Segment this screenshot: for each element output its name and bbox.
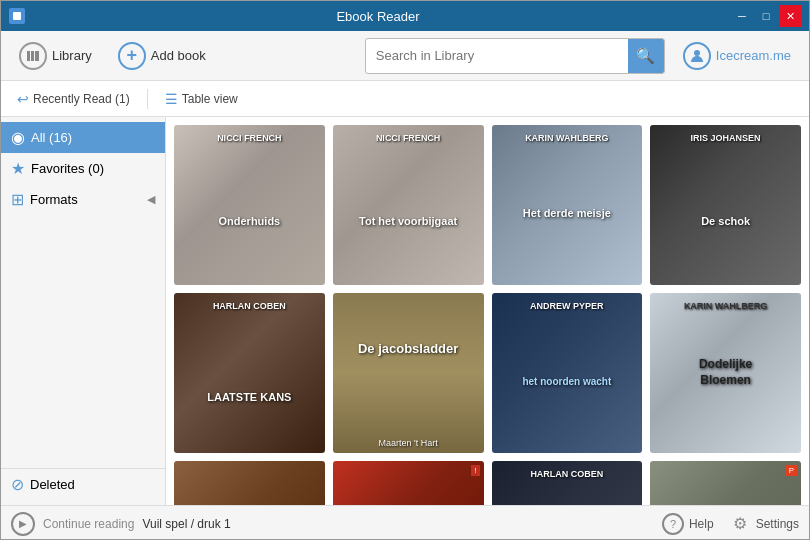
titlebar-left: [9, 8, 25, 24]
user-avatar: [683, 42, 711, 70]
maximize-button[interactable]: □: [755, 5, 777, 27]
book-item[interactable]: HARLAN COBEN LAATSTE KANS: [174, 293, 325, 453]
recently-read-button[interactable]: ↩ Recently Read (1): [9, 87, 138, 111]
book-item[interactable]: ANDREW PYPER het noorden wacht: [492, 293, 643, 453]
book-title: Tot het voorbijgaat: [340, 214, 476, 228]
sidebar-item-favorites[interactable]: ★ Favorites (0): [1, 153, 165, 184]
main-layout: ◉ All (16) ★ Favorites (0) ⊞ Formats ◀ ⊘…: [1, 117, 809, 505]
recently-read-icon: ↩: [17, 91, 29, 107]
book-item[interactable]: KARIN WAHLBERG Het derde meisje: [492, 125, 643, 285]
help-label: Help: [689, 517, 714, 531]
book-grid: NICCI FRENCH Onderhuids NICCI FRENCH Tot…: [174, 125, 801, 505]
svg-rect-1: [27, 51, 30, 61]
add-icon: +: [118, 42, 146, 70]
close-button[interactable]: ✕: [779, 5, 801, 27]
book-title: De schok: [658, 214, 794, 228]
svg-rect-2: [31, 51, 34, 61]
book-title: LAATSTE KANS: [182, 390, 318, 404]
help-button[interactable]: ? Help: [662, 513, 714, 535]
sub-toolbar: ↩ Recently Read (1) ☰ Table view: [1, 81, 809, 117]
bottom-bar: ▶ Continue reading Vuil spel / druk 1 ? …: [1, 505, 809, 540]
sidebar-all-label: All (16): [31, 130, 72, 145]
book-item[interactable]: KARIN WAHLBERG DodelijkeBloemen: [650, 293, 801, 453]
book-item[interactable]: HARLAN COBEN: [492, 461, 643, 505]
library-label: Library: [52, 48, 92, 63]
book-title: het noorden wacht: [499, 375, 635, 388]
book-item[interactable]: !: [333, 461, 484, 505]
sidebar-item-all[interactable]: ◉ All (16): [1, 122, 165, 153]
book-grid-container[interactable]: NICCI FRENCH Onderhuids NICCI FRENCH Tot…: [166, 117, 809, 505]
book-item[interactable]: De jacobsladder Maarten 't Hart: [333, 293, 484, 453]
sidebar-item-formats[interactable]: ⊞ Formats ◀: [1, 184, 165, 215]
book-title: De jacobsladder: [340, 341, 476, 358]
library-icon: [19, 42, 47, 70]
user-label: Icecream.me: [716, 48, 791, 63]
app-title: Ebook Reader: [25, 9, 731, 24]
sidebar-bottom: ⊘ Deleted: [1, 468, 165, 500]
sidebar-spacer: [1, 215, 165, 468]
sidebar-item-deleted[interactable]: ⊘ Deleted: [1, 469, 165, 500]
book-item[interactable]: NICCI FRENCH Onderhuids: [174, 125, 325, 285]
book-item[interactable]: De Vijftig tinten trilogie: [174, 461, 325, 505]
app-icon: [9, 8, 25, 24]
formats-arrow: ◀: [147, 193, 155, 206]
book-author: KARIN WAHLBERG: [650, 301, 801, 312]
toolbar-divider: [147, 89, 148, 109]
user-button[interactable]: Icecream.me: [675, 39, 799, 73]
settings-label: Settings: [756, 517, 799, 531]
deleted-icon: ⊘: [11, 475, 24, 494]
book-author: ANDREW PYPER: [492, 301, 643, 312]
sidebar: ◉ All (16) ★ Favorites (0) ⊞ Formats ◀ ⊘…: [1, 117, 166, 505]
book-badge: P: [786, 465, 797, 476]
main-toolbar: Library + Add book 🔍 Icecream.me: [1, 31, 809, 81]
book-author: NICCI FRENCH: [333, 133, 484, 144]
book-item[interactable]: IRIS JOHANSEN De schok: [650, 125, 801, 285]
book-author: IRIS JOHANSEN: [650, 133, 801, 144]
sidebar-formats-label: Formats: [30, 192, 78, 207]
book-item[interactable]: P: [650, 461, 801, 505]
titlebar: Ebook Reader ─ □ ✕: [1, 1, 809, 31]
play-button[interactable]: ▶: [11, 512, 35, 536]
book-author: HARLAN COBEN: [492, 469, 643, 480]
library-button[interactable]: Library: [11, 37, 100, 75]
help-icon: ?: [662, 513, 684, 535]
book-item[interactable]: NICCI FRENCH Tot het voorbijgaat: [333, 125, 484, 285]
add-book-button[interactable]: + Add book: [110, 37, 214, 75]
formats-icon: ⊞: [11, 190, 24, 209]
minimize-button[interactable]: ─: [731, 5, 753, 27]
current-book-title: Vuil spel / druk 1: [142, 517, 230, 531]
book-subtitle: Maarten 't Hart: [333, 438, 484, 448]
sidebar-deleted-label: Deleted: [30, 477, 75, 492]
search-button[interactable]: 🔍: [628, 39, 664, 73]
window-controls: ─ □ ✕: [731, 5, 801, 27]
favorites-icon: ★: [11, 159, 25, 178]
continue-reading-section[interactable]: ▶ Continue reading Vuil spel / druk 1: [11, 512, 231, 536]
add-book-label: Add book: [151, 48, 206, 63]
all-icon: ◉: [11, 128, 25, 147]
search-input[interactable]: [366, 42, 628, 69]
book-title: DodelijkeBloemen: [658, 357, 794, 388]
table-view-button[interactable]: ☰ Table view: [157, 87, 246, 111]
book-title: Het derde meisje: [499, 206, 635, 220]
sidebar-favorites-label: Favorites (0): [31, 161, 104, 176]
book-author: HARLAN COBEN: [174, 301, 325, 312]
svg-point-4: [694, 50, 700, 56]
book-badge: !: [471, 465, 479, 476]
settings-button[interactable]: ⚙ Settings: [729, 513, 799, 535]
book-title: Onderhuids: [182, 214, 318, 228]
settings-icon: ⚙: [729, 513, 751, 535]
table-view-icon: ☰: [165, 91, 178, 107]
search-bar: 🔍: [365, 38, 665, 74]
table-view-label: Table view: [182, 92, 238, 106]
book-author: KARIN WAHLBERG: [492, 133, 643, 144]
bottom-right: ? Help ⚙ Settings: [662, 513, 799, 535]
recently-read-label: Recently Read (1): [33, 92, 130, 106]
book-author: NICCI FRENCH: [174, 133, 325, 144]
svg-rect-0: [13, 12, 21, 20]
svg-rect-3: [35, 51, 39, 61]
continue-label: Continue reading: [43, 517, 134, 531]
